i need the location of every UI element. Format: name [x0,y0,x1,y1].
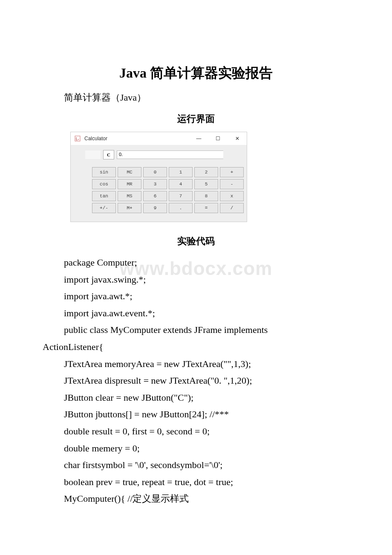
code-line: JTextArea memoryArea = new JTextArea("",… [64,356,349,373]
calc-button-1[interactable]: 1 [169,167,193,177]
calc-title: Calculator [84,136,107,142]
code-line: MyComputer(){ //定义显示样式 [64,490,349,507]
calculator-window: Calculator — ☐ ✕ C 0. sinMC012+cosMR345-… [70,132,247,222]
calc-button-5[interactable]: 5 [194,179,218,189]
code-line: JTextArea dispresult = new JTextArea("0.… [64,372,349,389]
calc-button-7[interactable]: 7 [169,191,193,201]
calc-button-sym[interactable]: / [220,203,244,213]
calc-button-tan[interactable]: tan [92,191,116,201]
calc-button-sym[interactable]: . [169,203,193,213]
code-line: import java.awt.event.*; [64,305,349,322]
window-controls: — ☐ ✕ [189,132,247,145]
code-line: double memery = 0; [64,440,349,457]
calc-body: C 0. sinMC012+cosMR345-tanMS678x+/-M+9.=… [71,145,247,222]
display-row: C 0. [85,150,238,159]
minimize-button[interactable]: — [189,132,208,145]
section-run-heading: 运行界面 [0,113,392,125]
calc-button-MR[interactable]: MR [118,179,141,189]
calc-button-2[interactable]: 2 [194,167,218,177]
memory-area [85,150,101,159]
code-line: public class MyComputer extends JFrame i… [64,321,349,338]
java-icon [74,135,81,142]
close-button[interactable]: ✕ [228,132,247,145]
calc-button-MS[interactable]: MS [118,191,141,201]
code-line: char firstsymbol = '\0', secondsymbol='\… [64,457,349,474]
code-line: ActionListener{ [43,338,349,356]
titlebar: Calculator — ☐ ✕ [71,132,247,145]
code-line: JButton clear = new JButton("C"); [64,389,349,406]
calc-button-8[interactable]: 8 [194,191,218,201]
calc-button-sin[interactable]: sin [92,167,116,177]
calc-button-MC[interactable]: MC [118,167,141,177]
calc-button-sym[interactable]: + [220,167,244,177]
calc-button-x[interactable]: x [220,191,244,201]
code-line: import javax.swing.*; [64,271,349,288]
button-grid: sinMC012+cosMR345-tanMS678x+/-M+9.=/ [92,167,238,213]
code-block: package Computer; import javax.swing.*; … [64,254,349,507]
calc-button-3[interactable]: 3 [143,179,167,189]
calc-button-cos[interactable]: cos [92,179,116,189]
code-line: boolean prev = true, repeat = true, dot … [64,474,349,491]
calc-button-9[interactable]: 9 [143,203,167,213]
calc-button-Msym[interactable]: M+ [118,203,141,213]
section-code-heading: 实验代码 [0,235,392,248]
calc-button-sym[interactable]: = [194,203,218,213]
calc-button-0[interactable]: 0 [143,167,167,177]
code-line: JButton jbuttons[] = new JButton[24]; //… [64,406,349,423]
code-line: double result = 0, first = 0, second = 0… [64,423,349,440]
svg-rect-0 [75,136,80,141]
calc-button-6[interactable]: 6 [143,191,167,201]
maximize-button[interactable]: ☐ [208,132,228,145]
page-title: Java 简单计算器实验报告 [0,64,392,83]
clear-button[interactable]: C [103,150,114,159]
calc-button-symsymsym[interactable]: +/- [92,203,116,213]
subtitle: 简单计算器（Java） [64,91,392,104]
code-line: package Computer; [64,254,349,271]
code-line: import java.awt.*; [64,288,349,305]
calc-button-4[interactable]: 4 [169,179,193,189]
calc-button-sym[interactable]: - [220,179,244,189]
display-field: 0. [117,150,223,159]
